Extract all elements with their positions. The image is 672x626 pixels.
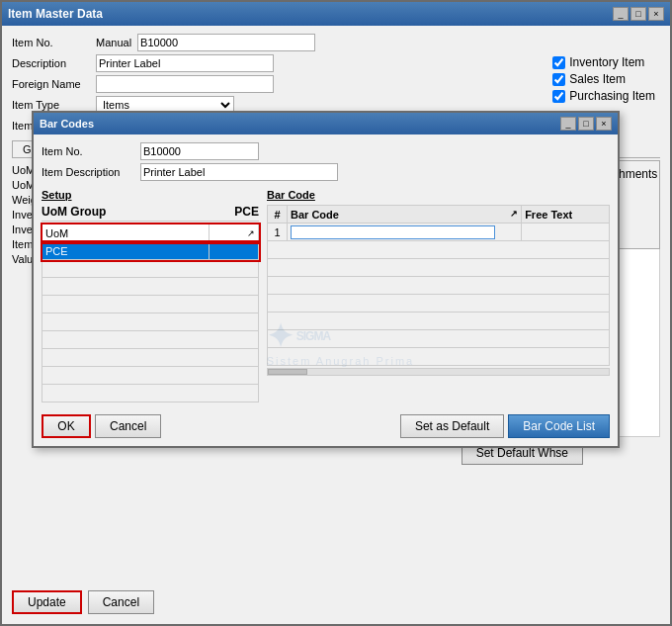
dialog-left-buttons: OK Cancel <box>42 414 161 438</box>
setup-cell-pce: PCE <box>42 242 210 260</box>
dialog-panels: Setup UoM Group PCE UoM ↗ <box>42 189 610 402</box>
item-flags: Inventory Item Sales Item Purchasing Ite… <box>552 55 655 103</box>
dialog-minimize-btn[interactable]: _ <box>560 117 576 131</box>
dialog-title-bar: Bar Codes _ □ × <box>34 113 618 134</box>
setup-row-empty-2 <box>42 278 259 296</box>
close-button[interactable]: × <box>648 7 664 21</box>
barcode-scrollbar-thumb <box>268 369 307 375</box>
dialog-body: Item No. Item Description Setup UoM Grou… <box>34 134 618 446</box>
setup-cell-pce-expand <box>210 242 259 260</box>
barcode-data-row-1: 1 <box>268 224 610 241</box>
item-no-row: Item No. Manual <box>12 34 660 51</box>
setup-cell-uom-expand: ↗ <box>210 224 259 242</box>
setup-cell-uom: UoM <box>42 224 210 242</box>
barcode-num-1: 1 <box>268 224 288 241</box>
barcode-expand-icon: ↗ <box>510 209 518 219</box>
dialog-item-no-input[interactable] <box>140 142 259 160</box>
inventory-item-row: Inventory Item <box>552 55 655 69</box>
window-controls: _ □ × <box>613 7 664 21</box>
barcode-scrollbar[interactable] <box>267 368 610 376</box>
dialog-bottom-buttons: OK Cancel Set as Default Bar Code List <box>42 410 610 438</box>
update-label: Update <box>28 595 66 609</box>
barcode-empty-row-1 <box>268 241 610 259</box>
purchasing-item-row: Purchasing Item <box>552 89 655 103</box>
cancel-label: Cancel <box>103 595 139 609</box>
barcode-table: # Bar Code ↗ Free Text 1 <box>267 205 610 366</box>
barcode-panel: Bar Code # Bar Code ↗ Free Text <box>267 189 610 402</box>
setup-col1-header: UoM Group <box>42 205 234 219</box>
dialog-maximize-btn[interactable]: □ <box>578 117 594 131</box>
barcode-empty-row-2 <box>268 259 610 277</box>
barcode-freetext-1 <box>522 224 610 241</box>
inventory-item-checkbox[interactable] <box>552 56 565 69</box>
purchasing-item-label: Purchasing Item <box>569 89 655 103</box>
dialog-item-no-row: Item No. <box>42 142 610 160</box>
dialog-item-desc-input[interactable] <box>140 163 338 181</box>
description-label: Description <box>12 57 96 69</box>
window-title: Item Master Data <box>8 7 103 21</box>
setup-row-uom: UoM ↗ <box>42 224 259 242</box>
purchasing-item-checkbox[interactable] <box>552 90 565 103</box>
inventory-item-label: Inventory Item <box>569 55 644 69</box>
set-as-default-button[interactable]: Set as Default <box>400 414 504 438</box>
dialog-ok-button[interactable]: OK <box>42 414 91 438</box>
dialog-right-buttons: Set as Default Bar Code List <box>400 414 610 438</box>
setup-row-empty-1 <box>42 260 259 278</box>
dialog-cancel-button[interactable]: Cancel <box>95 414 161 438</box>
sales-item-checkbox[interactable] <box>552 73 565 86</box>
barcode-empty-row-3 <box>268 277 610 295</box>
barcode-empty-row-5 <box>268 313 610 330</box>
item-type-label: Item Type <box>12 99 96 111</box>
dialog-item-desc-label: Item Description <box>42 166 140 178</box>
barcode-col-freetext: Free Text <box>522 206 610 224</box>
expand-icon: ↗ <box>247 228 255 238</box>
dialog-item-no-label: Item No. <box>42 145 140 157</box>
barcode-title: Bar Code <box>267 189 610 201</box>
barcode-empty-row-6 <box>268 330 610 348</box>
setup-row-pce: PCE <box>42 242 259 260</box>
minimize-button[interactable]: _ <box>613 7 629 21</box>
barcode-input-1[interactable] <box>291 225 495 239</box>
setup-row-empty-3 <box>42 296 259 313</box>
item-no-input[interactable] <box>137 34 315 51</box>
setup-row-empty-6 <box>42 349 259 367</box>
dialog-item-desc-row: Item Description <box>42 163 610 181</box>
title-bar: Item Master Data _ □ × <box>2 2 670 26</box>
bar-code-list-label: Bar Code List <box>523 419 595 433</box>
main-window: Item Master Data _ □ × Inventory Item Sa… <box>0 0 672 626</box>
setup-panel: Setup UoM Group PCE UoM ↗ <box>42 189 259 402</box>
barcode-col-num: # <box>268 206 288 224</box>
update-button[interactable]: Update <box>12 590 82 614</box>
setup-title: Setup <box>42 189 259 201</box>
setup-row-empty-8 <box>42 385 259 402</box>
setup-table: UoM ↗ PCE <box>42 224 259 402</box>
dialog-ok-label: OK <box>57 419 74 433</box>
barcode-header-row: # Bar Code ↗ Free Text <box>268 206 610 224</box>
bottom-buttons: Update Cancel <box>12 590 154 614</box>
cancel-button[interactable]: Cancel <box>88 590 154 614</box>
dialog-title-text: Bar Codes <box>40 118 94 130</box>
description-input[interactable] <box>96 54 274 72</box>
foreign-name-input[interactable] <box>96 75 274 93</box>
dialog-controls: _ □ × <box>560 117 612 131</box>
set-default-whse-label: Set Default Whse <box>476 446 568 460</box>
dialog-cancel-label: Cancel <box>110 419 146 433</box>
barcode-empty-row-4 <box>268 295 610 313</box>
setup-col2-header: PCE <box>234 205 259 219</box>
sales-item-label: Sales Item <box>569 72 626 86</box>
setup-header: UoM Group PCE <box>42 205 259 222</box>
bar-code-list-button[interactable]: Bar Code List <box>508 414 610 438</box>
maximize-button[interactable]: □ <box>630 7 646 21</box>
barcode-col-barcode: Bar Code ↗ <box>288 206 522 224</box>
barcode-empty-row-7 <box>268 348 610 366</box>
barcode-dialog: Bar Codes _ □ × Item No. Item Descriptio… <box>32 111 620 448</box>
barcode-value-1 <box>288 224 522 241</box>
foreign-name-label: Foreign Name <box>12 78 96 90</box>
sales-item-row: Sales Item <box>552 72 655 86</box>
item-no-label: Item No. <box>12 37 96 48</box>
item-no-prefix: Manual <box>96 37 131 48</box>
dialog-close-btn[interactable]: × <box>596 117 612 131</box>
setup-row-empty-7 <box>42 367 259 385</box>
set-as-default-label: Set as Default <box>415 419 489 433</box>
setup-row-empty-4 <box>42 313 259 331</box>
